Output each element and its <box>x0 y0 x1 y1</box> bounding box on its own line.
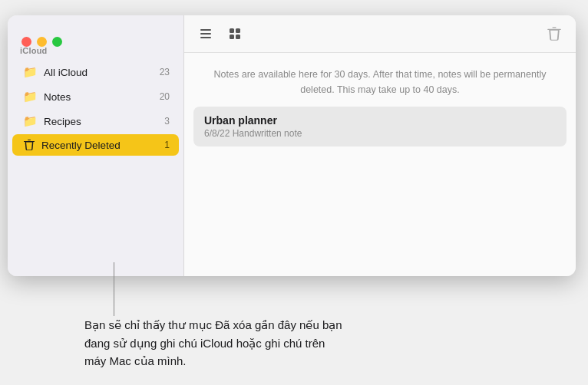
folder-icon: 📁 <box>23 114 38 128</box>
note-item[interactable]: Urban planner 6/8/22 Handwritten note <box>193 107 567 146</box>
folder-icon: 📁 <box>23 65 38 79</box>
toolbar-right <box>543 23 565 44</box>
trash-icon <box>23 139 35 151</box>
minimize-button[interactable] <box>37 37 47 47</box>
close-button[interactable] <box>21 37 31 47</box>
svg-rect-0 <box>200 29 211 31</box>
svg-rect-5 <box>230 35 234 39</box>
grid-view-button[interactable] <box>224 23 246 44</box>
svg-rect-2 <box>200 37 211 38</box>
note-meta: 6/8/22 Handwritten note <box>204 128 556 139</box>
note-title: Urban planner <box>204 114 556 127</box>
sidebar-item-label: Notes <box>44 91 160 103</box>
tooltip-line <box>114 262 114 316</box>
delete-all-button[interactable] <box>543 23 565 44</box>
svg-rect-4 <box>236 28 240 33</box>
traffic-lights <box>21 37 62 47</box>
sidebar-item-count: 1 <box>164 140 170 150</box>
sidebar-item-all-icloud[interactable]: 📁 All iCloud 23 <box>12 61 179 84</box>
sidebar-item-notes[interactable]: 📁 Notes 20 <box>12 85 179 108</box>
svg-rect-3 <box>230 28 234 33</box>
sidebar-item-count: 23 <box>160 67 170 77</box>
toolbar-left <box>195 23 246 44</box>
sidebar-item-count: 20 <box>160 91 170 102</box>
main-content: Notes are available here for 30 days. Af… <box>184 15 576 276</box>
sidebar-item-recently-deleted[interactable]: Recently Deleted 1 <box>12 134 179 156</box>
sidebar-item-label: Recently Deleted <box>41 140 164 151</box>
app-window: iCloud 📁 All iCloud 23 📁 Notes 20 📁 Reci… <box>8 15 576 276</box>
list-view-button[interactable] <box>195 23 216 44</box>
folder-icon: 📁 <box>23 90 38 104</box>
sidebar: iCloud 📁 All iCloud 23 📁 Notes 20 📁 Reci… <box>8 15 184 276</box>
svg-rect-1 <box>200 33 211 35</box>
toolbar <box>184 15 576 53</box>
sidebar-item-recipes[interactable]: 📁 Recipes 3 <box>12 110 179 133</box>
sidebar-section-label: iCloud <box>8 46 183 60</box>
maximize-button[interactable] <box>52 37 62 47</box>
sidebar-item-label: Recipes <box>44 116 164 127</box>
sidebar-item-count: 3 <box>164 116 170 127</box>
tooltip-text: Bạn sẽ chỉ thấy thư mục Đã xóa gần đây n… <box>84 316 345 370</box>
sidebar-item-label: All iCloud <box>44 67 160 78</box>
svg-rect-6 <box>236 35 240 39</box>
tooltip-container: Bạn sẽ chỉ thấy thư mục Đã xóa gần đây n… <box>84 316 573 370</box>
info-text: Notes are available here for 30 days. Af… <box>184 53 576 107</box>
